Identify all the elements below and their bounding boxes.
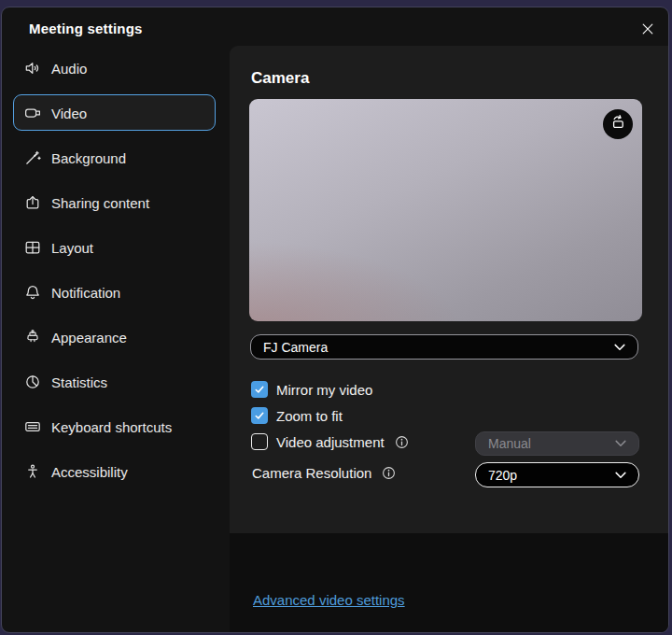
sidebar-item-label: Keyboard shortcuts [51, 419, 172, 435]
pie-chart-icon [24, 374, 41, 390]
camera-resolution-value: 720p [488, 468, 517, 483]
zoom-to-fit-checkbox[interactable] [251, 407, 268, 424]
sidebar-item-label: Accessibility [51, 464, 128, 480]
sidebar-item-statistics[interactable]: Statistics [2, 360, 230, 404]
panel-heading: Camera [251, 69, 309, 88]
chevron-down-icon [614, 344, 625, 351]
sidebar-item-sharing-content[interactable]: Sharing content [2, 180, 230, 225]
camera-resolution-label: Camera Resolution [252, 465, 371, 481]
settings-sidebar: Audio Video Background Sharing content L… [2, 46, 230, 494]
video-adjustment-label: Video adjustment [276, 434, 385, 450]
sidebar-item-label: Sharing content [51, 195, 149, 211]
paintbrush-icon [24, 329, 41, 346]
mirror-my-video-checkbox[interactable] [251, 381, 268, 398]
flip-camera-button[interactable] [603, 109, 633, 139]
zoom-to-fit-label: Zoom to fit [276, 408, 343, 424]
video-camera-icon [24, 105, 41, 121]
camera-settings-panel: Camera FJ Camera Mirror my video [230, 46, 668, 533]
sidebar-item-audio[interactable]: Audio [2, 46, 230, 91]
sidebar-item-label: Audio [51, 61, 87, 77]
layout-grid-icon [24, 239, 41, 256]
zoom-to-fit-option[interactable]: Zoom to fit [251, 407, 343, 424]
sidebar-item-video[interactable]: Video [2, 91, 230, 135]
magic-wand-icon [24, 149, 41, 166]
sidebar-item-keyboard-shortcuts[interactable]: Keyboard shortcuts [2, 404, 230, 449]
sidebar-item-label: Video [51, 106, 87, 121]
sidebar-item-background[interactable]: Background [2, 135, 230, 180]
camera-resolution-row: Camera Resolution [252, 465, 396, 481]
video-adjustment-mode-value: Manual [488, 436, 531, 451]
close-button[interactable] [638, 21, 657, 40]
meeting-settings-dialog: Meeting settings Audio Video Background [1, 7, 669, 633]
mirror-my-video-option[interactable]: Mirror my video [251, 381, 372, 398]
chevron-down-icon [615, 440, 626, 447]
advanced-video-settings-link[interactable]: Advanced video settings [253, 592, 405, 608]
camera-resolution-info-icon[interactable] [382, 466, 396, 480]
sidebar-item-label: Background [51, 150, 126, 166]
sidebar-item-label: Notification [51, 285, 120, 301]
sidebar-item-layout[interactable]: Layout [2, 225, 230, 270]
sidebar-item-label: Appearance [51, 330, 127, 346]
camera-device-value: FJ Camera [263, 340, 328, 355]
bell-icon [24, 284, 41, 301]
sidebar-item-appearance[interactable]: Appearance [2, 315, 230, 360]
video-adjustment-checkbox[interactable] [251, 433, 268, 450]
accessibility-icon [24, 463, 41, 480]
camera-preview [249, 99, 642, 321]
sidebar-item-notification[interactable]: Notification [2, 270, 230, 315]
share-icon [24, 194, 41, 211]
panel-footer: Advanced video settings [230, 533, 668, 632]
sidebar-item-label: Layout [51, 240, 93, 256]
speaker-icon [24, 60, 41, 77]
camera-resolution-select[interactable]: 720p [475, 462, 639, 487]
sidebar-item-accessibility[interactable]: Accessibility [2, 449, 230, 494]
video-adjustment-info-icon[interactable] [395, 435, 409, 449]
dialog-title: Meeting settings [29, 21, 143, 36]
flip-camera-icon [609, 114, 626, 134]
keyboard-icon [24, 418, 41, 435]
video-adjustment-option[interactable]: Video adjustment [251, 433, 409, 450]
video-adjustment-mode-select: Manual [475, 431, 639, 456]
mirror-my-video-label: Mirror my video [276, 382, 372, 398]
camera-device-select[interactable]: FJ Camera [250, 334, 638, 360]
chevron-down-icon [615, 472, 626, 479]
sidebar-item-label: Statistics [51, 374, 107, 390]
close-icon [641, 22, 654, 39]
